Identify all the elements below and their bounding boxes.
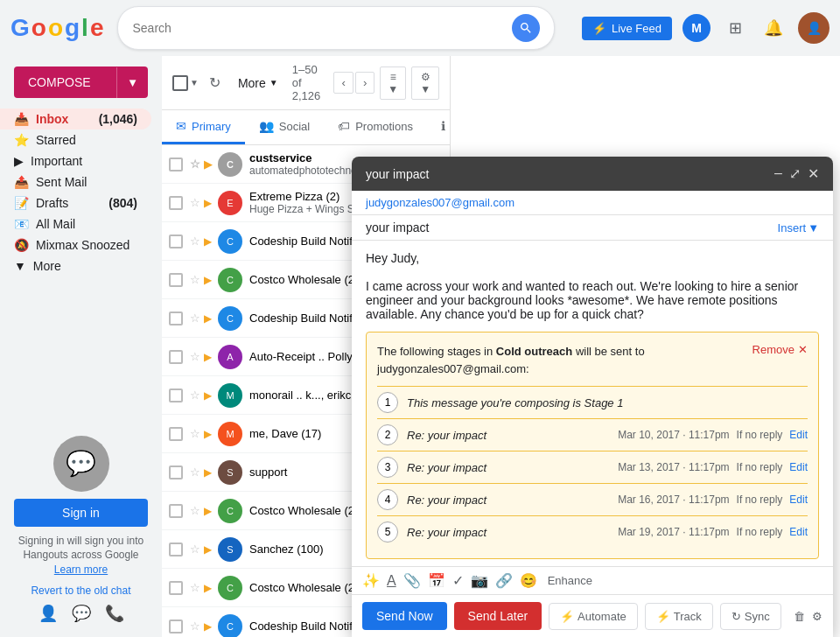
avatar[interactable]: 👤 xyxy=(798,12,830,44)
important-icon[interactable]: ▶ xyxy=(204,274,218,286)
important-icon[interactable]: ▶ xyxy=(204,582,218,594)
format-text-icon[interactable]: A xyxy=(387,573,396,589)
row-checkbox[interactable] xyxy=(169,388,186,402)
important-icon[interactable]: ▶ xyxy=(204,620,218,633)
minimize-icon[interactable]: – xyxy=(774,165,782,182)
next-page-button[interactable]: › xyxy=(355,72,374,94)
seq-remove-btn[interactable]: Remove ✕ xyxy=(752,343,808,356)
row-checkbox[interactable] xyxy=(169,581,186,595)
row-checkbox[interactable] xyxy=(169,350,186,364)
sidebar-item-important[interactable]: ▶ Important xyxy=(0,150,151,172)
row-checkbox[interactable] xyxy=(169,504,186,518)
emoji-icon[interactable]: 😊 xyxy=(520,572,537,589)
star-icon[interactable]: ☆ xyxy=(186,350,204,363)
important-icon[interactable]: ▶ xyxy=(204,543,218,556)
live-feed-button[interactable]: ⚡ Live Feed xyxy=(582,17,672,40)
stage-3-edit-btn[interactable]: Edit xyxy=(789,461,808,473)
delete-compose-icon[interactable]: 🗑 xyxy=(794,610,805,623)
star-icon[interactable]: ☆ xyxy=(186,542,204,556)
tab-primary[interactable]: ✉ Primary xyxy=(162,110,245,144)
row-checkbox[interactable] xyxy=(169,273,186,287)
revert-link[interactable]: Revert to the old chat xyxy=(14,584,148,597)
user-icon[interactable]: 👤 xyxy=(38,604,58,623)
expand-icon[interactable]: ⤢ xyxy=(789,165,801,182)
track-button[interactable]: ⚡ Track xyxy=(645,603,713,630)
enhance-icon[interactable]: ✨ xyxy=(362,572,380,589)
star-icon[interactable]: ☆ xyxy=(186,388,204,402)
sync-button[interactable]: ↻ Sync xyxy=(720,603,781,630)
check-icon[interactable]: ✓ xyxy=(452,572,464,589)
prev-page-button[interactable]: ‹ xyxy=(333,72,353,94)
attach-icon[interactable]: 📎 xyxy=(403,572,421,589)
compose-header[interactable]: your impact – ⤢ ✕ xyxy=(352,157,833,191)
star-icon[interactable]: ☆ xyxy=(186,466,204,479)
row-checkbox[interactable] xyxy=(169,234,186,248)
refresh-button[interactable]: ↻ xyxy=(206,71,224,94)
star-icon[interactable]: ☆ xyxy=(186,273,204,286)
tab-updates[interactable]: ℹ Updates xyxy=(427,110,451,144)
sidebar-item-inbox[interactable]: 📥 Inbox (1,046) xyxy=(0,108,151,130)
star-icon[interactable]: ☆ xyxy=(186,581,204,594)
link-icon[interactable]: 🔗 xyxy=(495,572,513,589)
automate-button[interactable]: ⚡ Automate xyxy=(549,603,638,630)
row-checkbox[interactable] xyxy=(169,542,186,556)
settings-button[interactable]: ⚙ ▼ xyxy=(411,66,439,100)
view-options-button[interactable]: ≡ ▼ xyxy=(380,66,406,100)
search-button[interactable] xyxy=(512,14,540,42)
search-input[interactable] xyxy=(132,21,512,35)
more-compose-icon[interactable]: ⚙ xyxy=(812,610,822,623)
check-chevron-icon[interactable]: ▼ xyxy=(190,78,199,88)
important-icon[interactable]: ▶ xyxy=(204,505,218,517)
compose-body[interactable]: Hey Judy, I came across your work and wa… xyxy=(352,241,833,332)
sign-in-button[interactable]: Sign in xyxy=(14,499,148,527)
star-icon[interactable]: ☆ xyxy=(186,196,204,209)
stage-2-edit-btn[interactable]: Edit xyxy=(789,429,808,441)
row-checkbox[interactable] xyxy=(169,620,186,634)
compose-arrow-icon[interactable]: ▼ xyxy=(116,67,148,98)
important-icon[interactable]: ▶ xyxy=(204,351,218,363)
select-all-check[interactable]: ▼ xyxy=(172,75,199,91)
row-checkbox[interactable] xyxy=(169,196,186,210)
stage-5-edit-btn[interactable]: Edit xyxy=(789,526,808,538)
important-icon[interactable]: ▶ xyxy=(204,158,218,171)
row-checkbox[interactable] xyxy=(169,158,186,172)
important-icon[interactable]: ▶ xyxy=(204,197,218,209)
close-icon[interactable]: ✕ xyxy=(808,165,819,182)
send-later-button[interactable]: Send Later xyxy=(454,602,542,630)
chat-icon[interactable]: 💬 xyxy=(72,604,91,623)
star-icon[interactable]: ☆ xyxy=(186,504,204,517)
compose-subject-input[interactable] xyxy=(366,220,778,234)
sidebar-item-starred[interactable]: ⭐ Starred xyxy=(0,130,151,150)
photo-icon[interactable]: 📷 xyxy=(471,572,488,589)
stage-4-edit-btn[interactable]: Edit xyxy=(789,494,808,506)
important-icon[interactable]: ▶ xyxy=(204,466,218,479)
tab-social[interactable]: 👥 Social xyxy=(245,110,324,144)
important-icon[interactable]: ▶ xyxy=(204,428,218,440)
row-checkbox[interactable] xyxy=(169,427,186,441)
sidebar-item-snoozed[interactable]: 🔕 Mixmax Snoozed xyxy=(0,234,151,256)
row-checkbox[interactable] xyxy=(169,466,186,480)
sidebar-item-more[interactable]: ▼ More xyxy=(0,256,151,276)
compose-insert-btn[interactable]: Insert ▼ xyxy=(778,221,819,234)
important-icon[interactable]: ▶ xyxy=(204,389,218,402)
star-icon[interactable]: ☆ xyxy=(186,312,204,325)
sidebar-item-drafts[interactable]: 📝 Drafts (804) xyxy=(0,192,151,214)
learn-more-link[interactable]: Learn more xyxy=(54,564,108,576)
sidebar-item-all[interactable]: 📧 All Mail xyxy=(0,214,151,234)
sidebar-item-sent[interactable]: 📤 Sent Mail xyxy=(0,172,151,192)
star-icon[interactable]: ☆ xyxy=(186,620,204,633)
compose-to-value[interactable]: judygonzales007@gmail.com xyxy=(366,196,819,209)
apps-icon[interactable]: ⊞ xyxy=(721,14,749,42)
phone-icon[interactable]: 📞 xyxy=(105,604,124,623)
checkbox[interactable] xyxy=(172,75,188,91)
mixmax-icon[interactable]: M xyxy=(682,14,710,42)
compose-button[interactable]: COMPOSE ▼ xyxy=(14,66,148,98)
important-icon[interactable]: ▶ xyxy=(204,312,218,325)
star-icon[interactable]: ☆ xyxy=(186,158,204,171)
row-checkbox[interactable] xyxy=(169,312,186,326)
send-now-button[interactable]: Send Now xyxy=(362,602,447,630)
important-icon[interactable]: ▶ xyxy=(204,235,218,248)
star-icon[interactable]: ☆ xyxy=(186,234,204,248)
star-icon[interactable]: ☆ xyxy=(186,427,204,440)
more-button[interactable]: More ▼ xyxy=(231,73,285,94)
